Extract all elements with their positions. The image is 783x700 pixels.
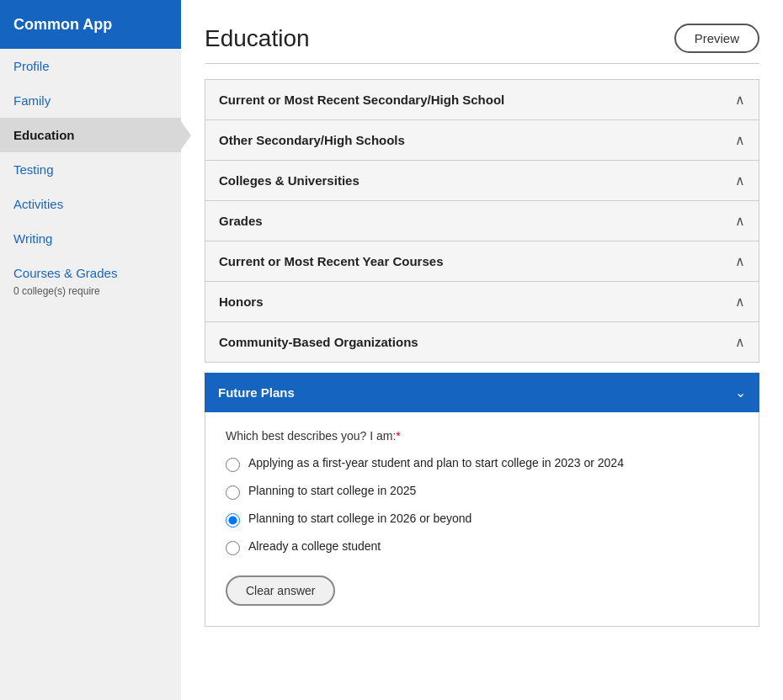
radio-label-option1: Applying as a first-year student and pla…: [248, 456, 624, 469]
accordion-container: Current or Most Recent Secondary/High Sc…: [205, 79, 759, 363]
sidebar-header: Common App: [0, 0, 181, 49]
radio-option-option4[interactable]: Already a college student: [226, 539, 738, 555]
radio-label-option4: Already a college student: [248, 539, 381, 553]
radio-label-option3: Planning to start college in 2026 or bey…: [248, 512, 471, 525]
page-header: Education Preview: [205, 24, 759, 64]
accordion-header-current-year-courses[interactable]: Current or Most Recent Year Courses∧: [205, 241, 759, 281]
radio-option-option3[interactable]: Planning to start college in 2026 or bey…: [226, 512, 738, 528]
question-label: Which best describes you? I am:*: [226, 429, 738, 443]
accordion-label-colleges-universities: Colleges & Universities: [219, 173, 360, 188]
sidebar-item-label: Testing: [13, 162, 54, 177]
sidebar-item-courses-grades[interactable]: Courses & Grades: [0, 256, 181, 290]
accordion-header-colleges-universities[interactable]: Colleges & Universities∧: [205, 161, 759, 200]
radio-input-option4[interactable]: [226, 541, 240, 555]
accordion-chevron-icon-grades: ∧: [735, 213, 745, 229]
sidebar: Common App ProfileFamilyEducationTesting…: [0, 0, 181, 700]
radio-option-option1[interactable]: Applying as a first-year student and pla…: [226, 456, 738, 472]
accordion-label-secondary-high-school: Current or Most Recent Secondary/High Sc…: [219, 93, 504, 107]
app-name: Common App: [13, 16, 112, 34]
sidebar-items: ProfileFamilyEducationTestingActivitiesW…: [0, 49, 181, 304]
sidebar-item-family[interactable]: Family: [0, 83, 181, 118]
clear-answer-button[interactable]: Clear answer: [226, 575, 335, 606]
accordion-chevron-icon-other-secondary: ∧: [735, 132, 745, 148]
radio-option-option2[interactable]: Planning to start college in 2025: [226, 484, 738, 500]
accordion-chevron-icon-secondary-high-school: ∧: [735, 92, 745, 108]
future-plans-chevron-icon: ⌄: [735, 384, 746, 400]
sidebar-item-label: Profile: [13, 59, 50, 73]
sidebar-item-label: Writing: [13, 231, 52, 246]
radio-input-option3[interactable]: [226, 513, 240, 528]
accordion-section-grades: Grades∧: [205, 200, 759, 241]
question-text: Which best describes you? I am:: [226, 429, 396, 443]
accordion-header-grades[interactable]: Grades∧: [205, 201, 759, 241]
sidebar-item-label: Education: [13, 128, 75, 142]
radio-input-option2[interactable]: [226, 485, 240, 500]
radio-options: Applying as a first-year student and pla…: [226, 456, 738, 555]
preview-button[interactable]: Preview: [674, 24, 759, 53]
sidebar-item-profile[interactable]: Profile: [0, 49, 181, 83]
accordion-section-honors: Honors∧: [205, 281, 759, 321]
sidebar-item-label: Family: [13, 93, 51, 108]
required-marker: *: [396, 429, 400, 443]
radio-label-option2: Planning to start college in 2025: [248, 484, 416, 497]
future-plans-body: Which best describes you? I am:* Applyin…: [205, 412, 759, 627]
sidebar-item-writing[interactable]: Writing: [0, 221, 181, 256]
accordion-label-honors: Honors: [219, 294, 264, 309]
future-plans-header[interactable]: Future Plans ⌄: [205, 373, 759, 412]
accordion-label-grades: Grades: [219, 214, 263, 228]
accordion-chevron-icon-honors: ∧: [735, 294, 745, 310]
accordion-chevron-icon-current-year-courses: ∧: [735, 253, 745, 269]
accordion-header-community-orgs[interactable]: Community-Based Organizations∧: [205, 322, 759, 362]
page-title: Education: [205, 25, 310, 52]
sidebar-item-testing[interactable]: Testing: [0, 152, 181, 187]
accordion-section-secondary-high-school: Current or Most Recent Secondary/High Sc…: [205, 79, 759, 119]
accordion-section-other-secondary: Other Secondary/High Schools∧: [205, 119, 759, 160]
accordion-chevron-icon-colleges-universities: ∧: [735, 172, 745, 188]
accordion-label-community-orgs: Community-Based Organizations: [219, 335, 418, 349]
accordion-section-current-year-courses: Current or Most Recent Year Courses∧: [205, 241, 759, 281]
accordion-label-other-secondary: Other Secondary/High Schools: [219, 133, 405, 147]
future-plans-label: Future Plans: [218, 385, 295, 400]
accordion-header-honors[interactable]: Honors∧: [205, 282, 759, 321]
sidebar-item-education[interactable]: Education: [0, 118, 181, 152]
accordion-header-other-secondary[interactable]: Other Secondary/High Schools∧: [205, 120, 759, 160]
accordion-label-current-year-courses: Current or Most Recent Year Courses: [219, 254, 443, 268]
main-content: Education Preview Current or Most Recent…: [181, 0, 783, 700]
radio-input-option1[interactable]: [226, 458, 240, 472]
sidebar-item-label: Activities: [13, 197, 63, 211]
accordion-chevron-icon-community-orgs: ∧: [735, 334, 745, 350]
accordion-section-community-orgs: Community-Based Organizations∧: [205, 321, 759, 363]
future-plans-section: Future Plans ⌄ Which best describes you?…: [205, 373, 759, 627]
sidebar-item-label: Courses & Grades: [13, 266, 117, 280]
accordion-header-secondary-high-school[interactable]: Current or Most Recent Secondary/High Sc…: [205, 80, 759, 119]
accordion-section-colleges-universities: Colleges & Universities∧: [205, 160, 759, 200]
sidebar-item-activities[interactable]: Activities: [0, 187, 181, 221]
